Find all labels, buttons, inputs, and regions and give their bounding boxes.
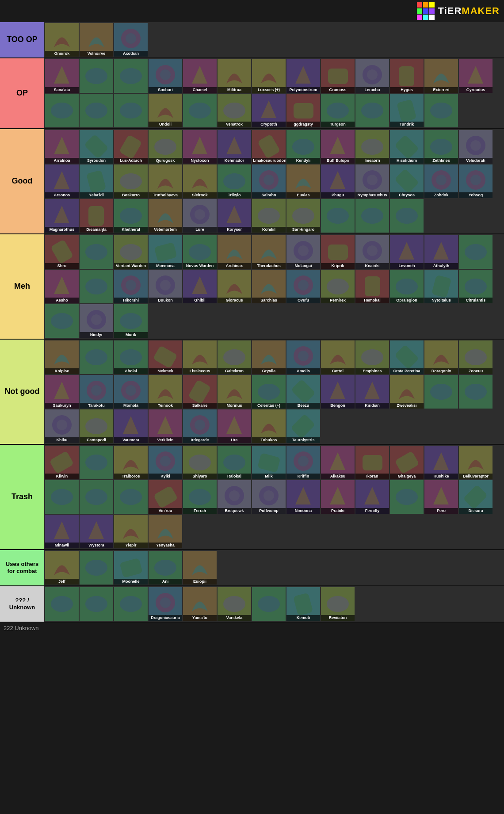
list-item[interactable]: Belluvaraptor: [459, 446, 493, 479]
list-item[interactable]: Yenyasha: [149, 515, 182, 548]
list-item[interactable]: Trikylo: [218, 164, 251, 198]
list-item[interactable]: Syroudon: [80, 130, 113, 164]
list-item[interactable]: Magnarothus: [45, 199, 79, 233]
list-item[interactable]: Phugu: [321, 164, 355, 198]
list-item[interactable]: Nymphasuchus: [355, 164, 389, 198]
list-item[interactable]: Hemokai: [355, 270, 389, 303]
list-item[interactable]: Kriffin: [286, 446, 320, 479]
list-item[interactable]: Diesura: [459, 480, 493, 514]
list-item[interactable]: Archinax: [218, 235, 251, 269]
list-item[interactable]: Ralokal: [218, 446, 251, 479]
list-item[interactable]: Lure: [183, 199, 217, 233]
list-item[interactable]: Kliwin: [45, 446, 79, 479]
list-item[interactable]: [114, 587, 148, 621]
list-item[interactable]: Zwevealisi: [390, 375, 424, 409]
list-item[interactable]: Murik: [114, 304, 148, 338]
list-item[interactable]: Volnoirve: [80, 23, 113, 57]
list-item[interactable]: Ylepir: [114, 515, 148, 548]
list-item[interactable]: Opralegion: [390, 270, 424, 303]
list-item[interactable]: Ghalgeya: [390, 446, 424, 479]
list-item[interactable]: Verklixin: [149, 409, 182, 443]
list-item[interactable]: Khetheral: [114, 199, 148, 233]
list-item[interactable]: Salkarie: [183, 375, 217, 409]
list-item[interactable]: [80, 340, 113, 374]
list-item[interactable]: [355, 94, 389, 127]
list-item[interactable]: ggdragsty: [286, 94, 320, 127]
list-item[interactable]: Lissiceous: [183, 340, 217, 374]
list-item[interactable]: Aesho: [45, 270, 79, 303]
list-item[interactable]: Molangai: [286, 235, 320, 269]
list-item[interactable]: Galtekron: [218, 340, 251, 374]
list-item[interactable]: Veludorah: [459, 130, 493, 164]
list-item[interactable]: Arralnoa: [45, 130, 79, 164]
list-item[interactable]: Luxsces (+): [252, 59, 286, 93]
list-item[interactable]: Moonelle: [114, 551, 148, 585]
list-item[interactable]: [114, 59, 148, 93]
list-item[interactable]: Kohikil: [252, 199, 286, 233]
list-item[interactable]: Lerachu: [355, 59, 389, 93]
list-item[interactable]: Boskurro: [114, 164, 148, 198]
list-item[interactable]: Chrysos: [390, 164, 424, 198]
list-item[interactable]: Salrahn: [252, 164, 286, 198]
list-item[interactable]: [80, 270, 113, 303]
list-item[interactable]: Lus-Adarch: [114, 130, 148, 164]
list-item[interactable]: Irdegarde: [183, 409, 217, 443]
list-item[interactable]: [183, 94, 217, 127]
list-item[interactable]: Reviiaton: [321, 587, 355, 621]
list-item[interactable]: [80, 235, 113, 269]
list-item[interactable]: Yama'tu: [183, 587, 217, 621]
list-item[interactable]: Kriprik: [321, 235, 355, 269]
list-item[interactable]: Qurugosk: [149, 130, 182, 164]
list-item[interactable]: Milk: [252, 446, 286, 479]
list-item[interactable]: Hisolidium: [390, 130, 424, 164]
list-item[interactable]: Shro: [45, 235, 79, 269]
list-item[interactable]: Vaumora: [114, 409, 148, 443]
list-item[interactable]: Crata Peretina: [390, 340, 424, 374]
list-item[interactable]: [80, 587, 113, 621]
list-item[interactable]: Turgeon: [321, 94, 355, 127]
list-item[interactable]: [355, 199, 389, 233]
list-item[interactable]: Tohukos: [252, 409, 286, 443]
list-item[interactable]: Prabiki: [321, 480, 355, 514]
list-item[interactable]: Fernifly: [355, 480, 389, 514]
list-item[interactable]: Morinus: [218, 375, 251, 409]
list-item[interactable]: [424, 375, 458, 409]
list-item[interactable]: Sochuri: [149, 59, 182, 93]
list-item[interactable]: Citrulantis: [459, 270, 493, 303]
list-item[interactable]: Cantapodi: [80, 409, 113, 443]
list-item[interactable]: Sar'Hingaro: [286, 199, 320, 233]
list-item[interactable]: Emphines: [355, 340, 389, 374]
list-item[interactable]: Gioracus: [218, 270, 251, 303]
list-item[interactable]: Ani: [149, 551, 182, 585]
list-item[interactable]: Sana'ata: [45, 59, 79, 93]
list-item[interactable]: Minawli: [45, 515, 79, 548]
list-item[interactable]: Nindyr: [80, 304, 113, 338]
list-item[interactable]: Undoli: [149, 94, 182, 127]
list-item[interactable]: Gryvila: [252, 340, 286, 374]
list-item[interactable]: Cottol: [321, 340, 355, 374]
list-item[interactable]: Therolachus: [252, 235, 286, 269]
list-item[interactable]: Chamel: [183, 59, 217, 93]
list-item[interactable]: [45, 480, 79, 514]
list-item[interactable]: Nytoltalus: [424, 270, 458, 303]
list-item[interactable]: Nyctoxon: [183, 130, 217, 164]
list-item[interactable]: [80, 446, 113, 479]
list-item[interactable]: Koryser: [218, 199, 251, 233]
list-item[interactable]: [114, 480, 148, 514]
list-item[interactable]: Wystora: [80, 515, 113, 548]
list-item[interactable]: Aholai: [114, 340, 148, 374]
list-item[interactable]: Sleirnok: [183, 164, 217, 198]
list-item[interactable]: Dieamarjla: [80, 199, 113, 233]
list-item[interactable]: [390, 199, 424, 233]
list-item[interactable]: Kiridian: [355, 375, 389, 409]
list-item[interactable]: Alkaksu: [321, 446, 355, 479]
list-item[interactable]: Ura: [218, 409, 251, 443]
list-item[interactable]: Euvlas: [286, 164, 320, 198]
list-item[interactable]: [459, 235, 493, 269]
list-item[interactable]: Euiopii: [183, 551, 217, 585]
list-item[interactable]: Venatrox: [218, 94, 251, 127]
list-item[interactable]: [390, 480, 424, 514]
list-item[interactable]: Zethlines: [424, 130, 458, 164]
list-item[interactable]: Bengon: [321, 375, 355, 409]
list-item[interactable]: [114, 94, 148, 127]
